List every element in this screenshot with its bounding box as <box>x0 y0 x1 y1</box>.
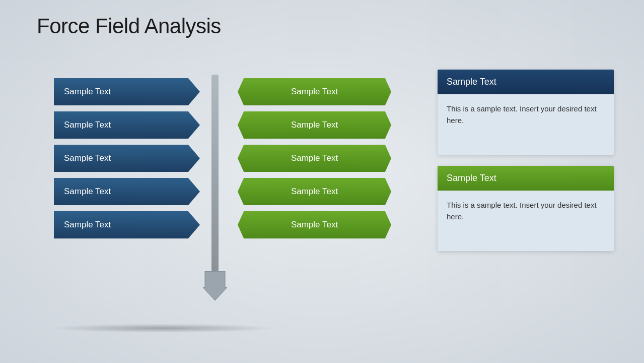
info-box-2-text: This is a sample text. Insert your desir… <box>447 200 605 222</box>
green-arrow-label-5: Sample Text <box>291 220 338 230</box>
blue-arrow-2[interactable]: Sample Text <box>54 111 200 139</box>
svg-marker-0 <box>203 271 227 300</box>
page-title: Force Field Analysis <box>37 14 221 38</box>
decorative-shadow <box>50 324 277 333</box>
info-box-1-body: This is a sample text. Insert your desir… <box>438 94 614 155</box>
info-box-2: Sample Text This is a sample text. Inser… <box>438 166 614 251</box>
blue-arrow-label-5: Sample Text <box>64 220 111 230</box>
info-box-1-text: This is a sample text. Insert your desir… <box>447 103 605 126</box>
green-arrow-label-4: Sample Text <box>291 187 338 197</box>
green-arrow-label-3: Sample Text <box>291 153 338 163</box>
info-box-group: Sample Text This is a sample text. Inser… <box>438 70 614 251</box>
green-arrow-1[interactable]: Sample Text <box>238 78 391 105</box>
blue-arrow-label-1: Sample Text <box>64 87 111 97</box>
info-box-2-header: Sample Text <box>438 166 614 191</box>
info-box-1-header: Sample Text <box>438 70 614 94</box>
vertical-line <box>211 75 219 271</box>
green-arrow-3[interactable]: Sample Text <box>238 145 391 172</box>
center-divider <box>208 75 222 301</box>
blue-arrow-5[interactable]: Sample Text <box>54 211 200 238</box>
blue-arrow-label-3: Sample Text <box>64 153 111 163</box>
green-arrow-label-2: Sample Text <box>291 120 338 130</box>
info-box-1-title: Sample Text <box>447 77 496 87</box>
blue-arrow-4[interactable]: Sample Text <box>54 178 200 205</box>
green-arrow-5[interactable]: Sample Text <box>238 211 391 238</box>
green-arrow-4[interactable]: Sample Text <box>238 178 391 205</box>
info-box-2-body: This is a sample text. Insert your desir… <box>438 191 614 251</box>
blue-arrow-1[interactable]: Sample Text <box>54 78 200 105</box>
down-arrow-icon <box>203 271 227 301</box>
blue-arrow-label-2: Sample Text <box>64 120 111 130</box>
left-arrow-group: Sample Text Sample Text Sample Text Samp… <box>54 78 200 238</box>
info-box-2-title: Sample Text <box>447 173 496 183</box>
right-arrow-group: Sample Text Sample Text Sample Text Samp… <box>238 78 391 238</box>
blue-arrow-3[interactable]: Sample Text <box>54 145 200 172</box>
green-arrow-2[interactable]: Sample Text <box>238 111 391 139</box>
green-arrow-label-1: Sample Text <box>291 87 338 97</box>
blue-arrow-label-4: Sample Text <box>64 187 111 197</box>
info-box-1: Sample Text This is a sample text. Inser… <box>438 70 614 155</box>
